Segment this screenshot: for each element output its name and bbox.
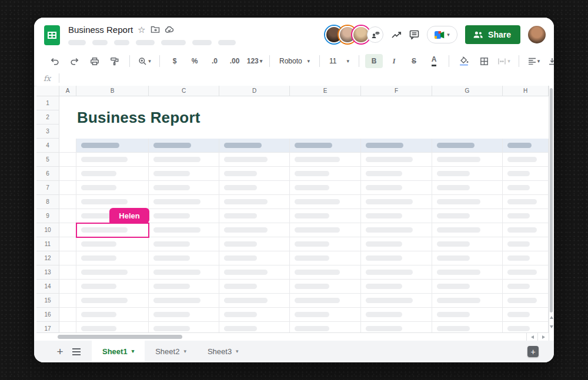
scroll-right-button[interactable] bbox=[537, 333, 549, 341]
cell-C5[interactable] bbox=[149, 153, 219, 167]
cell-F4[interactable] bbox=[361, 139, 432, 153]
cell-G4[interactable] bbox=[432, 139, 503, 153]
cell-G14[interactable] bbox=[432, 280, 503, 294]
cloud-saved-icon[interactable] bbox=[165, 26, 175, 33]
row-header-8[interactable]: 8 bbox=[36, 195, 59, 209]
merge-cells-button[interactable]: ▾ bbox=[495, 54, 513, 68]
cell-F14[interactable] bbox=[361, 280, 432, 294]
cell-D16[interactable] bbox=[219, 308, 290, 322]
formula-input[interactable] bbox=[59, 70, 554, 86]
column-header-A[interactable]: A bbox=[59, 86, 76, 96]
cell-D6[interactable] bbox=[219, 167, 290, 181]
cell-H7[interactable] bbox=[503, 181, 549, 195]
row-header-1[interactable]: 1 bbox=[36, 96, 59, 110]
format-currency-button[interactable]: $ bbox=[166, 54, 183, 68]
cell-B12[interactable] bbox=[76, 251, 149, 265]
tab-sheet2[interactable]: Sheet2 ▾ bbox=[145, 341, 197, 362]
cell-C10[interactable] bbox=[149, 223, 219, 237]
cell-B11[interactable] bbox=[76, 237, 149, 251]
cell-C14[interactable] bbox=[149, 280, 219, 294]
italic-button[interactable]: I bbox=[385, 54, 403, 68]
cell-E6[interactable] bbox=[290, 167, 361, 181]
row-header-14[interactable]: 14 bbox=[36, 280, 59, 294]
cell-E14[interactable] bbox=[290, 280, 361, 294]
cell-F13[interactable] bbox=[361, 265, 432, 280]
cell-A9[interactable] bbox=[59, 209, 76, 223]
bold-button[interactable]: B bbox=[365, 54, 383, 68]
row-header-12[interactable]: 12 bbox=[36, 251, 59, 265]
undo-button[interactable] bbox=[46, 54, 64, 68]
cell-F11[interactable] bbox=[361, 237, 432, 251]
horizontal-scrollbar-thumb[interactable] bbox=[58, 335, 182, 339]
cell-F12[interactable] bbox=[361, 251, 432, 265]
add-sheet-button[interactable]: + bbox=[52, 344, 68, 360]
cell-G9[interactable] bbox=[432, 209, 503, 223]
column-header-F[interactable]: F bbox=[361, 86, 432, 96]
cell-G7[interactable] bbox=[432, 181, 503, 195]
paint-format-button[interactable] bbox=[106, 54, 123, 68]
cell-C13[interactable] bbox=[149, 265, 219, 280]
borders-button[interactable] bbox=[475, 54, 493, 68]
fill-color-button[interactable] bbox=[455, 54, 473, 68]
cell-B13[interactable] bbox=[76, 265, 149, 280]
cell-E9[interactable] bbox=[290, 209, 361, 223]
sheets-logo-icon[interactable] bbox=[44, 25, 60, 45]
cell-H15[interactable] bbox=[503, 294, 549, 308]
cell-C15[interactable] bbox=[149, 294, 219, 308]
tab-sheet3[interactable]: Sheet3 ▾ bbox=[197, 341, 249, 362]
cell-A12[interactable] bbox=[59, 251, 76, 265]
text-color-button[interactable]: A bbox=[425, 54, 443, 68]
horizontal-align-button[interactable]: ▾ bbox=[525, 54, 543, 68]
menu-item-placeholder[interactable] bbox=[161, 40, 186, 45]
cell-B17[interactable] bbox=[76, 322, 149, 332]
row-header-5[interactable]: 5 bbox=[36, 153, 59, 167]
cell-E17[interactable] bbox=[290, 322, 361, 332]
document-title[interactable]: Business Report bbox=[68, 25, 133, 35]
cell-E10[interactable] bbox=[290, 223, 361, 237]
activity-trend-icon[interactable] bbox=[391, 31, 402, 39]
cell-E11[interactable] bbox=[290, 237, 361, 251]
cell-E5[interactable] bbox=[290, 153, 361, 167]
cell-G5[interactable] bbox=[432, 153, 503, 167]
cell-H16[interactable] bbox=[503, 308, 549, 322]
scroll-left-button[interactable] bbox=[526, 333, 537, 341]
zoom-button[interactable]: ▾ bbox=[136, 54, 153, 68]
select-all-corner[interactable] bbox=[36, 86, 59, 96]
cell-D7[interactable] bbox=[219, 181, 290, 195]
row-header-16[interactable]: 16 bbox=[36, 308, 59, 322]
cell-D11[interactable] bbox=[219, 237, 290, 251]
cell-C17[interactable] bbox=[149, 322, 219, 332]
cell-B4[interactable] bbox=[76, 139, 149, 153]
menu-item-placeholder[interactable] bbox=[92, 40, 108, 45]
menu-item-placeholder[interactable] bbox=[114, 40, 129, 45]
cell-G13[interactable] bbox=[432, 265, 503, 280]
cell-D4[interactable] bbox=[219, 139, 290, 153]
cell-D13[interactable] bbox=[219, 265, 290, 280]
row-header-7[interactable]: 7 bbox=[36, 181, 59, 195]
cell-A8[interactable] bbox=[59, 195, 76, 209]
cell-B16[interactable] bbox=[76, 308, 149, 322]
cell-G6[interactable] bbox=[432, 167, 503, 181]
tab-sheet1[interactable]: Sheet1 ▾ bbox=[92, 341, 145, 362]
cell-A13[interactable] bbox=[59, 265, 76, 280]
cell-A17[interactable] bbox=[59, 322, 76, 332]
cell-C4[interactable] bbox=[149, 139, 219, 153]
cell-C9[interactable] bbox=[149, 209, 219, 223]
share-button[interactable]: Share bbox=[465, 25, 520, 44]
cell-E4[interactable] bbox=[290, 139, 361, 153]
menu-item-placeholder[interactable] bbox=[192, 40, 212, 45]
cell-D15[interactable] bbox=[219, 294, 290, 308]
cell-D10[interactable] bbox=[219, 223, 290, 237]
row-header-2[interactable]: 2 bbox=[36, 110, 59, 125]
cell-B5[interactable] bbox=[76, 153, 149, 167]
cell-C6[interactable] bbox=[149, 167, 219, 181]
cell-F10[interactable] bbox=[361, 223, 432, 237]
cell-F9[interactable] bbox=[361, 209, 432, 223]
cell-F17[interactable] bbox=[361, 322, 432, 332]
collaborator-selection-cell[interactable] bbox=[76, 223, 149, 238]
row-header-17[interactable]: 17 bbox=[36, 322, 59, 332]
scroll-down-button[interactable] bbox=[549, 322, 554, 331]
cell-A14[interactable] bbox=[59, 280, 76, 294]
cell-H13[interactable] bbox=[503, 265, 549, 280]
vertical-scrollbar-thumb[interactable] bbox=[550, 88, 553, 312]
